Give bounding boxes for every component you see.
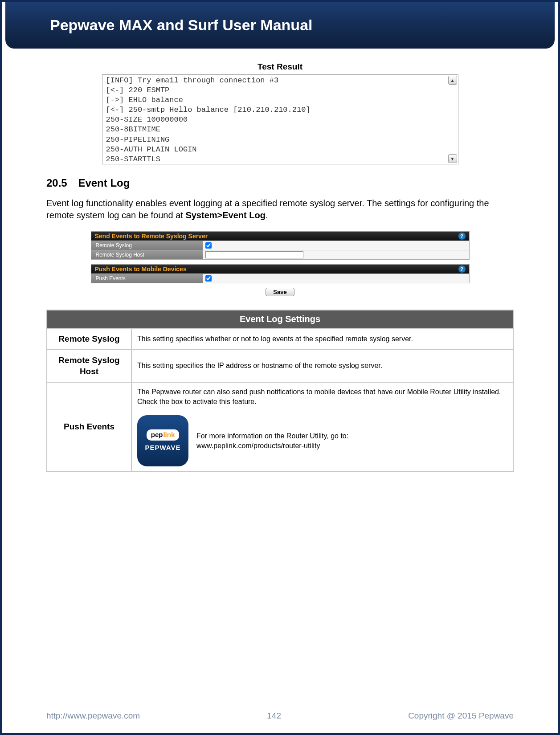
remote-syslog-checkbox[interactable] — [205, 242, 212, 249]
remote-syslog-host-input[interactable] — [205, 251, 303, 258]
footer-url: http://www.pepwave.com — [46, 711, 140, 721]
save-wrap: Save — [46, 288, 514, 296]
setting-name: Push Events — [47, 382, 131, 471]
cfg-value — [203, 250, 469, 259]
page-title: Pepwave MAX and Surf User Manual — [50, 16, 313, 34]
footer-page-number: 142 — [140, 711, 408, 721]
cfg-row-remote-syslog: Remote Syslog — [91, 241, 469, 250]
section-heading: 20.5 Event Log — [46, 177, 514, 189]
event-log-settings-table: Event Log Settings Remote Syslog This se… — [46, 310, 514, 472]
setting-name: Remote Syslog — [47, 328, 131, 350]
setting-desc: This setting specifies the IP address or… — [131, 350, 513, 382]
section-paragraph: Event log functionality enables event lo… — [46, 197, 514, 221]
setting-name: Remote Syslog Host — [47, 350, 131, 382]
page-frame: Pepwave MAX and Surf User Manual Test Re… — [0, 0, 560, 735]
cfg-label: Remote Syslog — [91, 241, 203, 250]
push-desc-1: The Pepwave router can also send push no… — [137, 387, 507, 406]
cfg-row-remote-syslog-host: Remote Syslog Host — [91, 250, 469, 259]
cfg-panel-syslog: Send Events to Remote Syslog Server ? Re… — [91, 231, 470, 260]
breadcrumb-path: System>Event Log — [185, 210, 266, 220]
cfg-label: Push Events — [91, 274, 203, 283]
cfg-panel-title: Push Events to Mobile Devices — [95, 265, 187, 273]
cfg-panel-title: Send Events to Remote Syslog Server — [95, 233, 208, 240]
pepwave-logo-text: PEPWAVE — [145, 443, 180, 452]
push-desc-2: For more information on the Router Utili… — [196, 431, 348, 450]
cfg-panel-header: Send Events to Remote Syslog Server ? — [91, 232, 469, 241]
cfg-value — [203, 274, 469, 283]
peplink-logo: peplink — [147, 429, 180, 440]
help-icon[interactable]: ? — [458, 265, 466, 273]
cfg-value — [203, 241, 469, 250]
test-result-log: [INFO] Try email through connection #3 [… — [102, 75, 458, 164]
cfg-panel-push: Push Events to Mobile Devices ? Push Eve… — [91, 264, 470, 283]
setting-desc-push: The Pepwave router can also send push no… — [131, 382, 513, 471]
test-result-box: [INFO] Try email through connection #3 [… — [102, 74, 458, 164]
settings-table-title: Event Log Settings — [47, 310, 513, 328]
footer-copyright: Copyright @ 2015 Pepwave — [408, 711, 514, 721]
push-events-checkbox[interactable] — [205, 275, 212, 282]
table-row: Push Events The Pepwave router can also … — [47, 382, 513, 471]
cfg-label: Remote Syslog Host — [91, 250, 203, 259]
cfg-panel-header: Push Events to Mobile Devices ? — [91, 265, 469, 274]
save-button[interactable]: Save — [266, 288, 294, 296]
help-icon[interactable]: ? — [458, 233, 466, 240]
table-row: Remote Syslog This setting specifies whe… — [47, 328, 513, 350]
para-suffix: . — [266, 210, 268, 220]
section-number: 20.5 — [46, 177, 67, 189]
cfg-row-push-events: Push Events — [91, 274, 469, 283]
table-row: Remote Syslog Host This setting specifie… — [47, 350, 513, 382]
setting-desc: This setting specifies whether or not to… — [131, 328, 513, 350]
scroll-down-button[interactable]: ▼ — [448, 154, 457, 163]
header-band: Pepwave MAX and Surf User Manual — [5, 2, 555, 49]
section-title: Event Log — [78, 177, 130, 189]
test-result-heading: Test Result — [46, 62, 514, 72]
router-utility-link[interactable]: www.peplink.com/products/router-utility — [196, 441, 348, 451]
content-area: Test Result [INFO] Try email through con… — [2, 49, 558, 472]
page-footer: http://www.pepwave.com 142 Copyright @ 2… — [2, 711, 558, 721]
scroll-up-button[interactable]: ▲ — [448, 76, 457, 85]
router-utility-app-icon: peplink PEPWAVE — [137, 415, 188, 466]
